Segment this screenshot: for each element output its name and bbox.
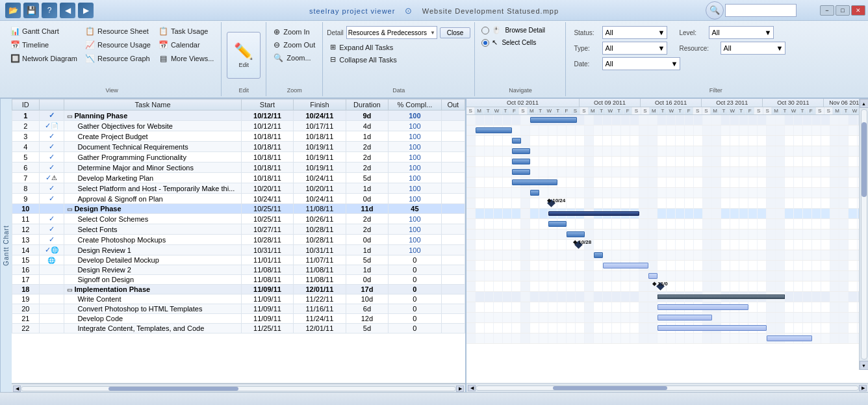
task-usage-btn[interactable]: 📋 Task Usage (155, 25, 217, 38)
back-icon[interactable]: ◀ (60, 3, 75, 18)
gantt-chart-btn[interactable]: 📊 Gantt Chart (6, 25, 81, 38)
expand-all-btn[interactable]: ⊞ Expand All Tasks (327, 42, 396, 53)
gantt-chart-label: Gantt Chart (0, 99, 12, 392)
phase-collapse-icon[interactable]: ▭ (67, 113, 73, 120)
select-cells-radio[interactable] (481, 39, 489, 47)
save-icon[interactable]: 💾 (23, 3, 39, 18)
doc-icon: 📄 (51, 122, 58, 129)
detail-combo[interactable]: Resources & Predecessors ▼ (346, 26, 437, 39)
type-filter-combo[interactable]: All ▼ (602, 42, 667, 55)
gantt-scroll-left[interactable]: ◀ (468, 385, 476, 391)
v-scroll-track[interactable] (861, 109, 867, 359)
table-row[interactable]: 13✓Create Photoshop Mockups10/28/1110/28… (12, 235, 465, 245)
table-row[interactable]: 17Signoff on Design11/08/1111/08/110d0 (12, 275, 465, 285)
cell-duration: 0d (346, 235, 389, 245)
gantt-day-label: S (763, 107, 772, 114)
table-row[interactable]: 2✓📄Gather Objectives for Website10/12/11… (12, 121, 465, 131)
cell-name: Develop Marketing Plan (64, 173, 241, 183)
calendar-btn[interactable]: 📅 Calendar (155, 38, 217, 51)
gantt-day-label: T (598, 107, 606, 114)
table-row[interactable]: 18▭Implementation Phase11/09/1112/01/111… (12, 285, 465, 294)
warning-icon: ⚠ (51, 174, 57, 181)
table-scroll-wrapper[interactable]: ID Task Name Start Finish Duration % Com… (12, 99, 465, 383)
timeline-btn[interactable]: 📅 Timeline (6, 38, 81, 51)
col-header-completion: % Compl... (389, 99, 441, 111)
forward-icon[interactable]: ▶ (78, 3, 94, 18)
col-header-finish: Finish (294, 99, 346, 111)
data-section: Detail Resources & Predecessors ▼ Close … (323, 22, 475, 96)
table-row[interactable]: 9✓Approval & Signoff on Plan10/24/1110/2… (12, 194, 465, 204)
check-icon: ✓ (49, 132, 55, 140)
table-row[interactable]: 19Write Content11/09/1111/22/1110d0 (12, 294, 465, 304)
grid-scroll-track[interactable] (21, 386, 456, 391)
open-icon[interactable]: 📂 (5, 3, 21, 18)
gantt-row (466, 188, 868, 198)
table-row[interactable]: 8✓Select Platform and Host - Temporarily… (12, 183, 465, 194)
table-row[interactable]: 14✓🌐Design Review 110/31/1110/31/111d100 (12, 245, 465, 255)
v-scrollbar[interactable]: ▲ ▼ (859, 99, 868, 370)
gantt-area: Oct 02 2011Oct 09 2011Oct 16 2011Oct 23 … (465, 99, 868, 392)
table-row[interactable]: 22Integrate Content, Templates, and Code… (12, 324, 465, 333)
table-row[interactable]: 7✓⚠Develop Marketing Plan10/18/1110/24/1… (12, 173, 465, 183)
table-row[interactable]: 5✓Gather Programming Functionality10/18/… (12, 152, 465, 163)
grid-scroll-right[interactable]: ▶ (456, 385, 464, 392)
close-button[interactable]: ✕ (851, 5, 865, 16)
collapse-all-btn[interactable]: ⊟ Collapse All Tasks (327, 54, 400, 65)
gantt-scroll-track[interactable] (476, 385, 859, 391)
gantt-day-label: M (528, 107, 536, 114)
search-input[interactable] (725, 4, 797, 17)
table-row[interactable]: 20Convert Photoshop to HTML Templates11/… (12, 304, 465, 314)
maximize-button[interactable]: □ (836, 5, 850, 16)
zoom-ellipsis-btn[interactable]: 🔍 Zoom... (270, 52, 318, 64)
table-row[interactable]: 6✓Determine Major and Minor Sections10/1… (12, 163, 465, 173)
v-scroll-up[interactable]: ▲ (860, 99, 869, 108)
v-scroll-down[interactable]: ▼ (860, 361, 869, 370)
browse-detail-radio[interactable] (481, 27, 489, 34)
table-row[interactable]: 1✓▭Planning Phase10/12/1110/24/119d100 (12, 111, 465, 121)
minimize-button[interactable]: − (820, 5, 834, 16)
status-filter-combo[interactable]: All ▼ (602, 26, 667, 39)
check-icon: ✓ (49, 194, 55, 202)
phase-collapse-icon[interactable]: ▭ (67, 206, 73, 213)
cell-start: 10/18/11 (241, 173, 293, 183)
cell-outline (441, 183, 465, 194)
more-views-btn[interactable]: ▤ More Views... (155, 52, 217, 65)
grid-scrollbar[interactable]: ◀ ▶ (12, 383, 465, 392)
cell-indicator: 🌐 (39, 255, 64, 265)
phase-collapse-icon[interactable]: ▭ (67, 287, 73, 293)
resource-filter-combo[interactable]: All ▼ (721, 42, 785, 55)
close-btn[interactable]: Close (440, 27, 471, 38)
level-filter-combo[interactable]: All ▼ (709, 26, 774, 39)
cell-outline (441, 314, 465, 324)
network-diagram-icon: 🔲 (10, 53, 20, 64)
table-row[interactable]: 10▭Design Phase10/25/1111/08/1111d45 (12, 204, 465, 214)
table-row[interactable]: 15🌐Develop Detailed Mockup11/01/1111/07/… (12, 255, 465, 265)
resource-usage-btn[interactable]: 📈 Resource Usage (82, 38, 154, 51)
table-row[interactable]: 21Develop Code11/09/1111/24/1112d0 (12, 314, 465, 324)
help-icon[interactable]: ? (42, 3, 57, 18)
cell-indicator (39, 314, 64, 324)
table-row[interactable]: 3✓Create Project Budget10/18/1110/18/111… (12, 131, 465, 142)
cell-finish: 11/16/11 (294, 304, 346, 314)
gantt-scrollbar-h[interactable]: ◀ ▶ (466, 383, 868, 392)
gantt-day-label: W (606, 107, 615, 114)
gantt-scroll-right[interactable]: ▶ (859, 385, 867, 391)
grid-scroll-left[interactable]: ◀ (13, 385, 21, 392)
cell-duration: 11d (346, 204, 389, 214)
resource-graph-btn[interactable]: 📉 Resource Graph (82, 52, 154, 65)
date-filter-combo[interactable]: All ▼ (602, 57, 680, 70)
zoom-out-btn[interactable]: ⊖ Zoom Out (270, 39, 318, 51)
gantt-bar (657, 294, 785, 299)
table-row[interactable]: 12✓Select Fonts10/27/1110/28/112d100 (12, 224, 465, 235)
resource-sheet-btn[interactable]: 📋 Resource Sheet (82, 25, 154, 38)
network-diagram-btn[interactable]: 🔲 Network Diagram (6, 52, 81, 65)
gantt-day-label: F (624, 107, 632, 114)
cell-name: Design Review 2 (64, 265, 241, 275)
table-row[interactable]: 16Design Review 211/08/1111/08/111d0 (12, 265, 465, 275)
edit-button[interactable]: ✏️ Edit (227, 32, 261, 79)
search-button[interactable]: 🔍 (706, 1, 724, 20)
search-area: 🔍 (706, 1, 797, 20)
table-row[interactable]: 4✓Document Technical Requirements10/18/1… (12, 142, 465, 152)
table-row[interactable]: 11✓Select Color Schemes10/25/1110/26/112… (12, 214, 465, 224)
zoom-in-btn[interactable]: ⊕ Zoom In (270, 26, 318, 38)
